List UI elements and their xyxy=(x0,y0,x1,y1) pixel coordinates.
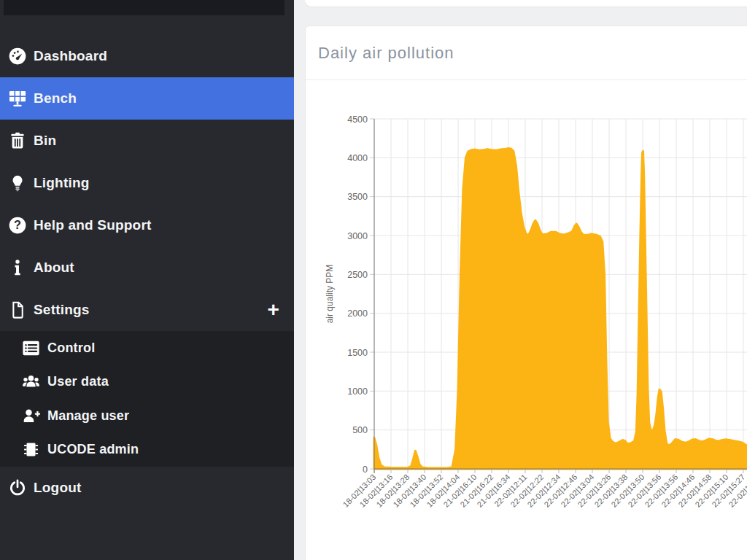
sidebar-menu: Dashboard Bench Bin Lighting ? Help and … xyxy=(0,0,294,509)
air-pollution-chart: 05001000150020002500300035004000450018-0… xyxy=(306,80,747,551)
main-content: Daily air pollution 05001000150020002500… xyxy=(294,0,747,560)
sidebar-item-label: Control xyxy=(47,341,95,356)
card-header: Daily air pollution xyxy=(306,26,747,80)
microchip-icon xyxy=(20,440,42,460)
sidebar: Dashboard Bench Bin Lighting ? Help and … xyxy=(0,0,294,560)
sidebar-item-label: Settings xyxy=(34,302,90,318)
file-icon xyxy=(7,300,28,320)
power-icon xyxy=(7,478,28,498)
y-tick-label: 3500 xyxy=(347,192,368,202)
sidebar-item-help[interactable]: ? Help and Support xyxy=(0,204,294,246)
card-title: Daily air pollution xyxy=(318,44,454,63)
y-tick-label: 3000 xyxy=(347,231,368,241)
settings-submenu: Control User data Manage user UCODE admi… xyxy=(0,331,294,467)
sidebar-item-label: Bench xyxy=(34,90,77,106)
sidebar-item-label: About xyxy=(34,260,74,276)
trash-icon xyxy=(7,131,28,151)
chart-card: Daily air pollution 05001000150020002500… xyxy=(305,26,747,560)
y-tick-label: 500 xyxy=(352,425,368,435)
svg-text:?: ? xyxy=(14,218,21,231)
sidebar-item-manage-user[interactable]: Manage user xyxy=(0,399,294,433)
solar-panel-icon xyxy=(7,88,28,109)
sidebar-item-bin[interactable]: Bin xyxy=(0,120,294,162)
sidebar-item-logout[interactable]: Logout xyxy=(0,467,294,509)
sidebar-item-label: Dashboard xyxy=(34,48,107,64)
y-tick-label: 2500 xyxy=(347,270,368,280)
info-icon xyxy=(7,257,28,278)
expand-plus-icon[interactable]: + xyxy=(267,300,279,320)
card-body: 05001000150020002500300035004000450018-0… xyxy=(306,80,747,551)
lightbulb-icon xyxy=(7,173,28,193)
y-tick-label: 4500 xyxy=(347,114,368,125)
sidebar-item-label: Bin xyxy=(34,133,56,149)
sidebar-item-label: Manage user xyxy=(47,408,129,424)
sidebar-item-settings[interactable]: Settings + xyxy=(0,289,294,331)
sidebar-item-label: UCODE admin xyxy=(47,442,139,457)
sidebar-item-dashboard[interactable]: Dashboard xyxy=(0,35,294,77)
sidebar-item-label: Logout xyxy=(34,480,82,496)
y-tick-label: 1000 xyxy=(347,386,368,397)
y-tick-label: 2000 xyxy=(347,308,368,319)
question-circle-icon: ? xyxy=(7,215,28,236)
y-tick-label: 1500 xyxy=(347,348,368,358)
top-navbar-strip xyxy=(305,0,747,7)
sidebar-item-control[interactable]: Control xyxy=(0,331,294,365)
sidebar-item-label: User data xyxy=(47,374,109,389)
sidebar-item-user-data[interactable]: User data xyxy=(0,365,294,400)
sidebar-item-label: Lighting xyxy=(34,175,90,191)
sidebar-item-bench[interactable]: Bench xyxy=(0,77,294,120)
y-axis-title: air quality PPM xyxy=(325,265,335,324)
dashboard-icon xyxy=(7,46,28,66)
users-icon xyxy=(20,372,42,392)
y-tick-label: 4000 xyxy=(347,153,368,163)
sidebar-item-label: Help and Support xyxy=(34,217,152,233)
sidebar-header-strip xyxy=(4,0,285,15)
user-plus-icon xyxy=(20,405,42,426)
y-tick-label: 0 xyxy=(363,464,368,475)
sidebar-item-about[interactable]: About xyxy=(0,246,294,289)
list-icon xyxy=(20,338,42,358)
sidebar-item-lighting[interactable]: Lighting xyxy=(0,162,294,204)
sidebar-item-ucode-admin[interactable]: UCODE admin xyxy=(0,433,294,467)
